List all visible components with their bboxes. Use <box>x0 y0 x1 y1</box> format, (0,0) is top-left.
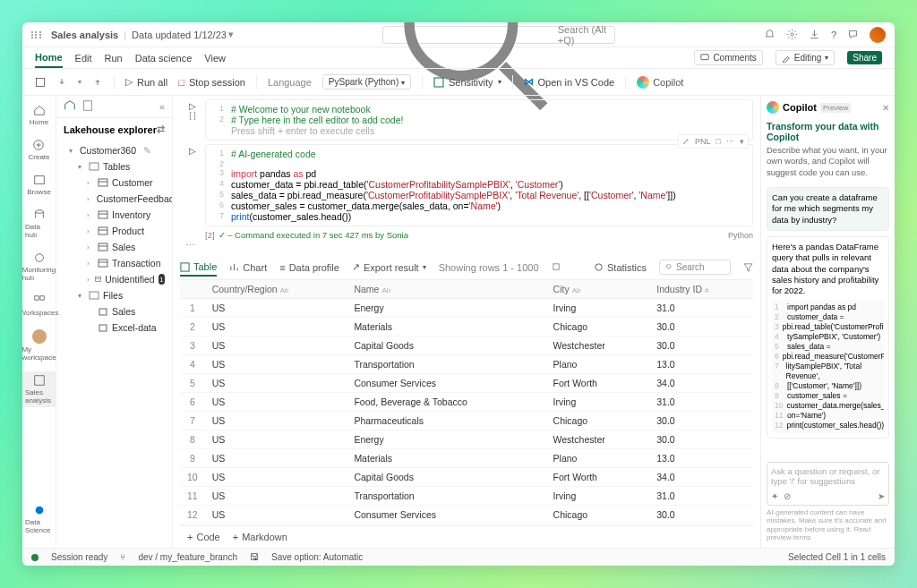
copy-icon[interactable] <box>552 262 561 272</box>
filter-icon[interactable] <box>743 262 753 272</box>
result-search[interactable]: Search <box>659 260 731 275</box>
gear-icon[interactable] <box>786 29 798 40</box>
rail-browse[interactable]: Browse <box>24 171 54 199</box>
file-tab-icon[interactable] <box>81 99 94 114</box>
editing-button[interactable]: Editing▾ <box>776 50 836 65</box>
feedback-icon[interactable] <box>847 29 859 40</box>
rail-datascience[interactable]: Data Science <box>22 501 56 537</box>
share-button[interactable]: Share <box>847 51 882 64</box>
save-icon[interactable] <box>35 77 46 88</box>
sidebar-title: Lakehouse explorer <box>64 124 157 135</box>
svg-rect-34 <box>553 264 558 269</box>
sensitivity-button[interactable]: Sensitivity▾ <box>433 77 501 88</box>
rail-home[interactable]: Home <box>27 101 51 129</box>
add-markdown-button[interactable]: + Markdown <box>233 532 287 542</box>
svg-point-36 <box>667 265 672 269</box>
tree-tables[interactable]: ▾Tables <box>56 158 172 175</box>
tab-datascience[interactable]: Data science <box>135 49 193 67</box>
user-avatar[interactable] <box>870 27 886 43</box>
tree-file-item[interactable]: Excel-data <box>56 320 172 336</box>
tree-files[interactable]: ▾Files <box>56 287 172 303</box>
tab-home[interactable]: Home <box>35 48 63 68</box>
attach-icon[interactable]: ⊘ <box>784 491 791 501</box>
tree-table-item[interactable]: ›Inventory <box>56 207 172 223</box>
table-row[interactable]: 8USEnergyWestchester30.0 <box>180 430 753 449</box>
run-all-button[interactable]: ▷Run all <box>125 76 167 88</box>
table-row[interactable]: 2USMaterialsChicago30.0 <box>180 318 753 337</box>
run-cell-icon[interactable]: ▷ <box>189 146 196 156</box>
rail-monitoring[interactable]: Monitoring hub <box>22 249 58 285</box>
comments-button[interactable]: Comments <box>694 50 762 65</box>
tab-run[interactable]: Run <box>105 49 123 67</box>
table-row[interactable]: 12USConsumer ServicesChicago30.0 <box>180 506 753 524</box>
tree-table-item[interactable]: ›Unidentified1 <box>56 271 172 287</box>
statistics-button[interactable]: Statistics <box>594 260 647 276</box>
rail-myworkspace[interactable]: My workspace <box>22 327 59 364</box>
lakehouse-tab-icon[interactable] <box>64 99 76 114</box>
upload-icon[interactable] <box>92 77 103 88</box>
rail-workspaces[interactable]: Workspaces <box>22 292 61 320</box>
rail-datahub[interactable]: Data hub <box>22 206 56 242</box>
cell-toolbar[interactable]: ⤢PNL□⋯▾ <box>678 134 749 149</box>
tree-table-item[interactable]: ›Customer <box>56 175 172 191</box>
tree-table-item[interactable]: ›Sales <box>56 239 172 255</box>
column-header[interactable]: Industry ID# <box>649 280 753 299</box>
rail-create[interactable]: Create <box>25 136 52 164</box>
send-icon[interactable]: ➤ <box>878 491 885 501</box>
copilot-intro-title: Transform your data with Copilot <box>767 121 889 142</box>
selection-info: Selected Cell 1 in 1 cells <box>788 552 886 562</box>
rail-salesanalysis[interactable]: Sales analysis <box>22 371 56 407</box>
copilot-button[interactable]: Copilot <box>637 76 683 89</box>
doc-date: Data updated 1/12/23 <box>132 30 227 40</box>
result-tab-table[interactable]: Table <box>180 259 217 277</box>
copilot-input[interactable]: Ask a question or request, or type '/' f… <box>767 462 889 506</box>
table-row[interactable]: 7USPharmaceuticalsChicago30.0 <box>180 412 753 430</box>
table-row[interactable]: 4USTransportationPlano13.0 <box>180 355 753 374</box>
collapse-icon[interactable]: « <box>159 101 165 112</box>
tree-root[interactable]: ▾Customer360✎ <box>56 142 172 158</box>
svg-rect-16 <box>99 179 107 186</box>
code-cell[interactable]: ▷[ ] 1# Welcome to your new notebook 2# … <box>180 99 753 141</box>
copilot-icon <box>637 76 649 89</box>
tree-table-item[interactable]: ›Product <box>56 223 172 239</box>
code-cell[interactable]: ▷ ⤢PNL□⋯▾ 1# AI-generated code 2 3import… <box>180 144 753 226</box>
close-icon[interactable]: ✕ <box>882 103 889 113</box>
tree-file-item[interactable]: Sales <box>56 303 172 320</box>
run-cell-icon[interactable]: ▷ <box>189 101 196 111</box>
sparkle-icon[interactable]: ✦ <box>771 491 778 501</box>
table-row[interactable]: 1USEnergyIrving31.0 <box>180 299 753 318</box>
tree-table-item[interactable]: ›CustomerFeedback... <box>56 191 172 207</box>
table-row[interactable]: 10USCapital GoodsFort Worth34.0 <box>180 468 753 487</box>
result-tab-chart[interactable]: Chart <box>229 260 267 276</box>
table-row[interactable]: 3USCapital GoodsWestchester30.0 <box>180 337 753 355</box>
result-tab-profile[interactable]: ≡Data profile <box>279 260 339 276</box>
column-header[interactable]: Country/RegionAb <box>205 280 347 299</box>
tree-table-item[interactable]: ›Transaction <box>56 255 172 271</box>
table-row[interactable]: 11USTransportationIrving31.0 <box>180 487 753 506</box>
table-row[interactable]: 6USFood, Beverage & TobaccoIrving31.0 <box>180 393 753 412</box>
stop-button[interactable]: □Stop session <box>178 77 245 88</box>
export-button[interactable]: ↗Export result▾ <box>352 259 426 276</box>
search-input[interactable]: Search (Alt +Q) <box>382 26 615 44</box>
svg-rect-22 <box>99 227 107 234</box>
copilot-panel: Copilot Preview ✕ Transform your data wi… <box>760 96 895 548</box>
help-icon[interactable]: ? <box>831 30 836 40</box>
svg-rect-26 <box>99 260 107 267</box>
language-select[interactable]: PySpark (Python) ▾ <box>322 74 411 89</box>
tab-edit[interactable]: Edit <box>75 49 92 67</box>
column-header[interactable]: NameAb <box>347 280 545 299</box>
bell-icon[interactable] <box>764 29 776 40</box>
language-label: Language <box>268 77 312 88</box>
vscode-button[interactable]: ⋈Open in VS Code <box>524 76 615 88</box>
nav-rail: Home Create Browse Data hub Monitoring h… <box>22 96 56 548</box>
column-header[interactable]: CityAb <box>546 280 650 299</box>
svg-point-13 <box>35 507 43 515</box>
add-code-button[interactable]: + Code <box>187 532 220 542</box>
tab-view[interactable]: View <box>204 49 226 67</box>
app-menu-icon[interactable] <box>31 31 42 38</box>
table-row[interactable]: 5USConsumer ServicesFort Worth34.0 <box>180 374 753 393</box>
download-icon[interactable] <box>56 77 67 88</box>
sync-icon[interactable]: ⇄ <box>157 124 165 135</box>
download-icon[interactable] <box>809 29 820 40</box>
table-row[interactable]: 9USMaterialsPlano13.0 <box>180 449 753 468</box>
